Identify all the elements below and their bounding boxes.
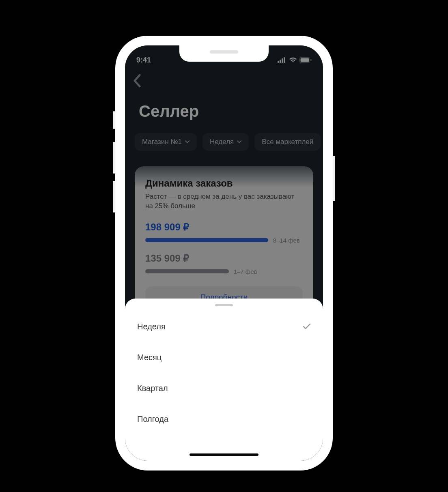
phone-power-button: [333, 156, 335, 201]
phone-volume-up: [113, 142, 115, 174]
period-option-label: Месяц: [137, 353, 162, 362]
phone-silence-switch: [113, 111, 115, 129]
check-icon: [303, 323, 311, 330]
period-option-label: Квартал: [137, 384, 168, 393]
screen: 9:41: [125, 45, 323, 461]
phone-volume-down: [113, 181, 115, 213]
period-option-month[interactable]: Месяц: [137, 342, 311, 373]
phone-mockup: 9:41: [115, 36, 333, 471]
period-option-label: Неделя: [137, 322, 166, 331]
period-option-halfyear[interactable]: Полгода: [137, 404, 311, 434]
period-option-week[interactable]: Неделя: [137, 311, 311, 342]
period-bottom-sheet: Неделя Месяц Квартал Полгода: [125, 299, 323, 461]
home-indicator[interactable]: [190, 453, 258, 456]
period-option-label: Полгода: [137, 415, 168, 424]
period-options-list: Неделя Месяц Квартал Полгода: [125, 306, 323, 434]
phone-speaker: [210, 50, 238, 54]
period-option-quarter[interactable]: Квартал: [137, 373, 311, 404]
phone-notch: [179, 45, 269, 62]
